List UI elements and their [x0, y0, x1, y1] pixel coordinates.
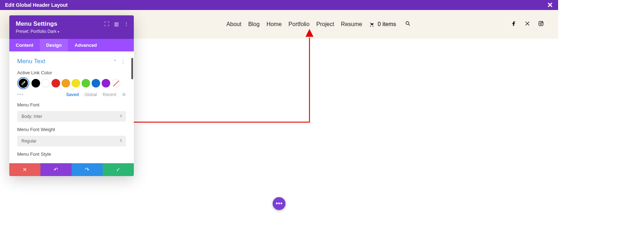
swatch-selected[interactable]: [17, 77, 29, 89]
cart-icon: [369, 21, 375, 27]
tab-content[interactable]: Content: [9, 39, 40, 51]
nav-blog[interactable]: Blog: [248, 21, 260, 28]
cancel-button[interactable]: ✕: [9, 163, 40, 176]
swatch-purple[interactable]: [102, 79, 110, 88]
section-title[interactable]: Menu Text: [17, 58, 45, 65]
social-icons: [511, 21, 544, 28]
eyedropper-icon: [21, 81, 26, 86]
color-swatches: [17, 79, 126, 89]
cart-link[interactable]: 0 items: [369, 21, 396, 28]
panel-footer: ✕ ↶ ↷ ✓: [9, 163, 134, 176]
panel-body: Menu Text ⌃ ⋮ Active Link Color ••• Save…: [9, 51, 134, 163]
svg-point-4: [542, 22, 542, 22]
topbar-title: Edit Global Header Layout: [5, 2, 68, 8]
collapse-icon[interactable]: ⌃: [113, 59, 117, 64]
nav-portfolio[interactable]: Portfolio: [288, 21, 309, 28]
cart-label: 0 items: [377, 21, 396, 28]
active-link-color-label: Active Link Color: [17, 70, 126, 75]
svg-line-1: [409, 24, 410, 25]
nav-home[interactable]: Home: [267, 21, 282, 28]
menu-font-label: Menu Font: [17, 102, 126, 108]
expand-icon[interactable]: ⛶: [104, 21, 109, 27]
menu-settings-panel: Menu Settings Preset: Portfolio Dark ⛶ ▥…: [9, 15, 134, 176]
swatch-green[interactable]: [82, 79, 90, 88]
instagram-icon[interactable]: [538, 21, 544, 28]
close-icon[interactable]: ✕: [547, 1, 553, 9]
palette-tabs: ••• Saved Global Recent ⚙: [17, 92, 126, 97]
palette-tab-saved[interactable]: Saved: [66, 92, 79, 97]
search-icon: [405, 21, 411, 26]
palette-tab-recent[interactable]: Recent: [103, 92, 116, 97]
x-twitter-icon[interactable]: [525, 21, 530, 28]
swatch-white[interactable]: [42, 79, 50, 88]
columns-icon[interactable]: ▥: [114, 21, 119, 27]
palette-more-icon[interactable]: •••: [17, 92, 24, 97]
swatch-orange[interactable]: [62, 79, 70, 88]
menu-font-select[interactable]: Body: Inter: [17, 111, 126, 122]
swatch-blue[interactable]: [92, 79, 100, 88]
save-button[interactable]: ✓: [103, 163, 134, 176]
dots-icon: •••: [276, 200, 283, 208]
swatch-black[interactable]: [31, 79, 40, 88]
swatch-yellow[interactable]: [72, 79, 80, 88]
undo-button[interactable]: ↶: [40, 163, 72, 176]
panel-header: Menu Settings Preset: Portfolio Dark ⛶ ▥…: [9, 15, 134, 39]
facebook-icon[interactable]: [511, 21, 517, 28]
swatch-red[interactable]: [52, 79, 60, 88]
menu-font-style-label: Menu Font Style: [17, 151, 126, 157]
nav-about[interactable]: About: [226, 21, 241, 28]
menu-font-weight-label: Menu Font Weight: [17, 127, 126, 132]
swatch-none[interactable]: [112, 79, 120, 88]
section-more-icon[interactable]: ⋮: [120, 58, 126, 65]
fab-button[interactable]: •••: [273, 197, 286, 210]
preset-selector[interactable]: Preset: Portfolio Dark: [16, 29, 127, 34]
global-header-topbar: Edit Global Header Layout ✕: [0, 0, 558, 10]
gear-icon[interactable]: ⚙: [122, 92, 126, 97]
svg-point-3: [540, 22, 542, 24]
redo-button[interactable]: ↷: [72, 163, 103, 176]
scrollbar[interactable]: [131, 58, 133, 79]
tab-design[interactable]: Design: [40, 39, 68, 51]
panel-tabs: Content Design Advanced: [9, 39, 134, 51]
palette-tab-global[interactable]: Global: [84, 92, 97, 97]
svg-point-0: [406, 22, 409, 25]
search-button[interactable]: [405, 21, 411, 28]
menu-font-weight-select[interactable]: Regular: [17, 136, 126, 146]
nav-resume[interactable]: Resume: [341, 21, 362, 28]
tab-advanced[interactable]: Advanced: [68, 39, 103, 51]
more-icon[interactable]: ⋮: [124, 21, 129, 27]
annotation-arrow: [122, 27, 315, 127]
main-nav: About Blog Home Portfolio Project Resume…: [226, 21, 411, 28]
nav-project[interactable]: Project: [316, 21, 334, 28]
